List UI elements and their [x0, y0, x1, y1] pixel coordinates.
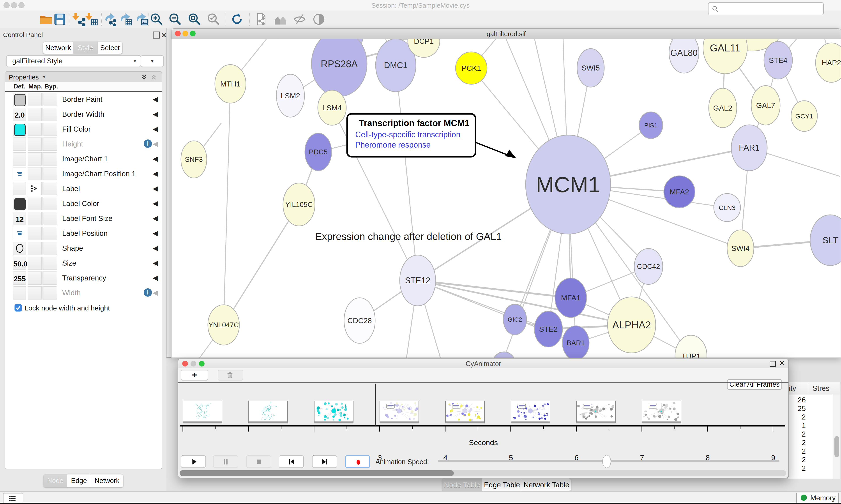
annotation-link[interactable]: Pheromone response [355, 140, 431, 149]
network-edge[interactable] [223, 204, 299, 325]
style-options-button[interactable]: ▾ [141, 55, 164, 67]
frame-thumbnail-4[interactable] [445, 401, 485, 424]
color-swatch[interactable] [14, 124, 25, 136]
frame-thumbnail-7[interactable] [642, 401, 681, 424]
property-row[interactable]: 255Transparency◀ [5, 270, 162, 286]
property-expand-arrow[interactable]: ◀ [153, 289, 158, 296]
property-expand-arrow[interactable]: ◀ [153, 110, 158, 118]
refresh-icon[interactable] [230, 12, 244, 26]
frame-thumbnail-3[interactable] [379, 401, 419, 424]
show-graphics-icon[interactable] [312, 12, 326, 26]
export-network-icon[interactable] [104, 12, 118, 26]
property-row[interactable]: Widthi◀ [5, 285, 162, 300]
table-tab-node-table[interactable]: Node Table [442, 479, 482, 491]
property-expand-arrow[interactable]: ◀ [153, 229, 158, 237]
tab-select[interactable]: Select [98, 42, 122, 54]
property-expand-arrow[interactable]: ◀ [153, 199, 158, 207]
property-row[interactable]: Label◀ [5, 181, 162, 196]
cyanimator-title-bar[interactable]: CyAnimator ✕ [178, 359, 788, 368]
play-button[interactable] [181, 455, 206, 468]
network-canvas[interactable]: RPS28ADMC1DCP1PCK1MTH1LSM2LSM4SNF3PDC5YI… [172, 39, 841, 358]
property-row[interactable]: 2.0Border Width◀ [5, 107, 162, 122]
default-value[interactable]: 12 [13, 215, 26, 223]
default-value[interactable]: 255 [13, 275, 26, 283]
timeline-playhead[interactable] [375, 383, 376, 426]
property-expand-arrow[interactable]: ◀ [153, 140, 158, 147]
property-expand-arrow[interactable]: ◀ [153, 259, 158, 267]
table-row[interactable]: 2 [788, 438, 806, 447]
import-network-icon[interactable] [71, 12, 85, 26]
add-frame-button[interactable]: + [181, 370, 208, 380]
pause-button[interactable] [213, 455, 238, 468]
network-edge[interactable] [396, 65, 418, 281]
info-icon[interactable]: i [144, 140, 152, 148]
property-row[interactable]: Label Color◀ [5, 196, 162, 211]
property-row[interactable]: Heighti◀ [5, 137, 162, 151]
table-row[interactable]: 2 [788, 430, 806, 438]
property-row[interactable]: Image/Chart 1◀ [5, 151, 162, 166]
search-input[interactable] [708, 2, 824, 15]
style-selector[interactable]: galFiltered Style ▾ [6, 55, 141, 67]
import-table-icon[interactable] [85, 12, 99, 26]
timeline-scrollbar-thumb[interactable] [180, 470, 454, 476]
skip-to-end-button[interactable] [312, 455, 337, 468]
stop-button[interactable] [246, 455, 271, 468]
property-row[interactable]: 12Label Font Size◀ [5, 211, 162, 226]
network-edge[interactable] [223, 84, 230, 325]
table-scrollbar-thumb[interactable] [835, 436, 839, 457]
color-swatch[interactable] [14, 198, 25, 211]
record-button[interactable] [345, 455, 370, 468]
table-row[interactable]: 26 [788, 396, 806, 404]
network-graph[interactable]: RPS28ADMC1DCP1PCK1MTH1LSM2LSM4SNF3PDC5YI… [172, 39, 841, 358]
table-row[interactable]: 2 [788, 413, 806, 421]
table-scrollbar[interactable] [834, 395, 840, 479]
color-swatch[interactable] [14, 94, 25, 106]
network-window-title-bar[interactable]: galFiltered.sif [172, 29, 841, 39]
info-icon[interactable]: i [144, 288, 152, 297]
frame-thumbnail-2[interactable] [314, 401, 354, 424]
bottom-tab-node[interactable]: Node [43, 474, 67, 487]
property-expand-arrow[interactable]: ◀ [153, 95, 158, 103]
table-tab-edge-table[interactable]: Edge Table [482, 479, 522, 491]
zoom-selected-icon[interactable] [207, 12, 220, 26]
table-row[interactable]: 2 [788, 447, 806, 455]
default-value[interactable]: 2.0 [13, 111, 26, 119]
network-overview-icon[interactable] [273, 12, 287, 26]
property-expand-arrow[interactable]: ◀ [153, 184, 158, 192]
memory-button[interactable]: Memory [796, 492, 839, 503]
frame-thumbnail-6[interactable] [576, 401, 616, 424]
property-row[interactable]: Fill Color◀ [5, 122, 162, 137]
table-tab-network-table[interactable]: Network Table [522, 479, 571, 491]
table-row[interactable]: 2 [788, 456, 806, 464]
property-row[interactable]: Image/Chart Position 1◀ [5, 166, 162, 181]
skip-to-start-button[interactable] [279, 455, 304, 468]
delete-frame-button[interactable] [218, 370, 243, 380]
tab-style[interactable]: Style [73, 42, 98, 54]
animation-speed-slider-thumb[interactable] [602, 455, 611, 468]
expand-all-icon[interactable] [141, 74, 148, 80]
clone-network-icon[interactable] [254, 12, 268, 26]
export-table-icon[interactable] [119, 12, 133, 26]
frame-thumbnail-1[interactable] [248, 401, 288, 424]
frame-thumbnail-5[interactable] [511, 401, 550, 424]
table-column-Stres[interactable]: Stres [812, 384, 829, 393]
annotation-link[interactable]: Cell-type-specific transcription [355, 130, 460, 139]
property-expand-arrow[interactable]: ◀ [153, 274, 158, 282]
tab-network[interactable]: Network [43, 42, 73, 54]
property-expand-arrow[interactable]: ◀ [153, 170, 158, 177]
lock-size-checkbox[interactable] [14, 304, 22, 312]
table-row[interactable]: 2 [788, 464, 806, 472]
zoom-in-icon[interactable] [149, 12, 164, 26]
control-panel-close-icon[interactable]: ✕ [161, 32, 167, 39]
property-row[interactable]: 50.0Size◀ [5, 255, 162, 271]
properties-header[interactable]: Properties ▾ [5, 72, 162, 82]
property-expand-arrow[interactable]: ◀ [153, 155, 158, 162]
property-row[interactable]: Border Paint◀ [5, 92, 162, 107]
bottom-tab-network[interactable]: Network [91, 474, 123, 487]
open-session-icon[interactable] [39, 12, 53, 26]
property-expand-arrow[interactable]: ◀ [153, 214, 158, 222]
table-column-headers[interactable]: ityStres [788, 382, 840, 395]
task-history-button[interactable] [3, 493, 23, 503]
cyanimator-close2-icon[interactable]: ✕ [780, 360, 785, 367]
network-node-bot1[interactable] [492, 352, 516, 358]
